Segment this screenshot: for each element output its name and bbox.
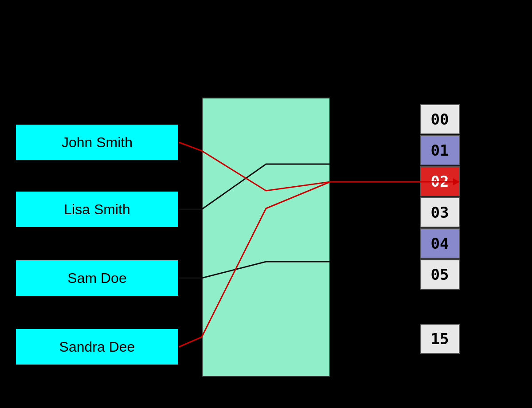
name-box-sam: Sam Doe bbox=[15, 259, 179, 297]
name-label-sandra: Sandra Dee bbox=[59, 339, 135, 355]
slot-03: 03 bbox=[420, 197, 460, 228]
slot-label-05: 05 bbox=[431, 266, 449, 283]
slot-05: 05 bbox=[420, 259, 460, 290]
slot-label-02: 02 bbox=[431, 173, 449, 190]
hash-function-box bbox=[202, 98, 330, 377]
name-box-john: John Smith bbox=[15, 124, 179, 161]
slot-02: 02 bbox=[420, 166, 460, 196]
name-label-john: John Smith bbox=[62, 134, 133, 151]
name-box-lisa: Lisa Smith bbox=[15, 191, 179, 228]
name-label-lisa: Lisa Smith bbox=[64, 201, 130, 218]
name-label-sam: Sam Doe bbox=[67, 270, 126, 286]
slot-00: 00 bbox=[420, 104, 460, 134]
slot-label-15: 15 bbox=[431, 330, 449, 348]
slot-label-00: 00 bbox=[431, 110, 449, 128]
slot-label-03: 03 bbox=[431, 204, 449, 221]
slot-01: 01 bbox=[420, 135, 460, 165]
slot-15: 15 bbox=[420, 324, 460, 354]
slot-label-01: 01 bbox=[431, 141, 449, 159]
name-box-sandra: Sandra Dee bbox=[15, 328, 179, 365]
slot-label-04: 04 bbox=[431, 235, 449, 252]
slot-04: 04 bbox=[420, 228, 460, 259]
